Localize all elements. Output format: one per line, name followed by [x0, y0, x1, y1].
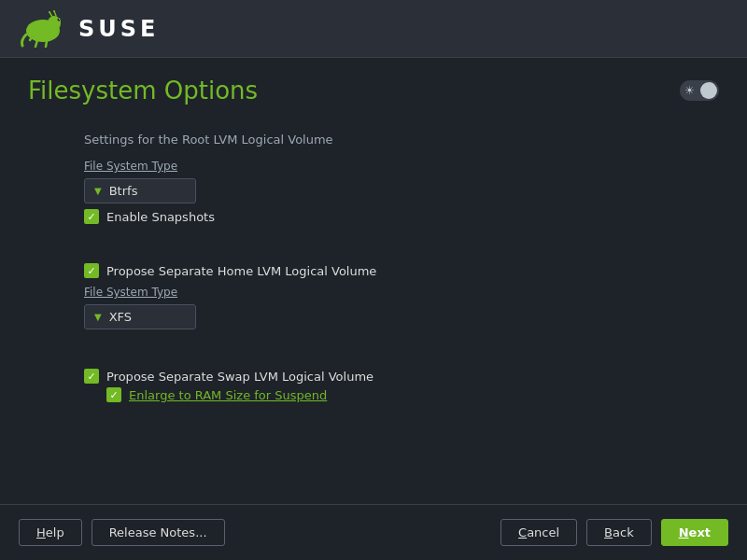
next-label: Next — [679, 525, 711, 539]
root-filesystem-label: File System Type — [84, 160, 215, 173]
page-title: Filesystem Options — [28, 77, 258, 105]
svg-point-11 — [53, 10, 55, 12]
root-filesystem-value: Btrfs — [109, 184, 186, 198]
logo-text: SUSE — [78, 16, 159, 42]
back-label: Back — [604, 525, 634, 539]
theme-toggle-knob — [700, 82, 717, 99]
svg-point-3 — [58, 18, 61, 21]
enable-snapshots-row[interactable]: ✓ Enable Snapshots — [84, 209, 215, 224]
section-label: Settings for the Root LVM Logical Volume — [84, 133, 333, 147]
main-content: Filesystem Options ☀ Settings for the Ro… — [0, 58, 747, 504]
cancel-button[interactable]: Cancel — [500, 519, 577, 546]
dropdown-arrow-icon: ▼ — [94, 186, 102, 196]
propose-swap-label: Propose Separate Swap LVM Logical Volume — [106, 370, 374, 384]
propose-home-label: Propose Separate Home LVM Logical Volume — [106, 264, 376, 278]
release-notes-button[interactable]: Release Notes... — [92, 519, 225, 546]
back-button[interactable]: Back — [586, 519, 652, 546]
footer: Help Release Notes... Cancel Back Next — [0, 504, 747, 560]
page-title-row: Filesystem Options ☀ — [28, 77, 719, 105]
svg-point-4 — [59, 19, 60, 20]
sun-icon: ☀ — [684, 84, 695, 97]
enable-snapshots-label: Enable Snapshots — [106, 210, 215, 224]
propose-home-row[interactable]: ✓ Propose Separate Home LVM Logical Volu… — [84, 263, 376, 278]
home-filesystem-subsection: File System Type ▼ XFS — [84, 286, 376, 329]
svg-line-5 — [35, 40, 37, 47]
next-button[interactable]: Next — [661, 519, 728, 546]
footer-right-buttons: Cancel Back Next — [500, 519, 728, 546]
swap-lvm-group: ✓ Propose Separate Swap LVM Logical Volu… — [84, 363, 374, 402]
footer-left-buttons: Help Release Notes... — [19, 519, 225, 546]
theme-toggle-button[interactable]: ☀ — [680, 80, 719, 101]
header: SUSE — [0, 0, 747, 58]
release-notes-label: Release Notes... — [109, 525, 207, 539]
home-filesystem-label: File System Type — [84, 286, 376, 299]
checkmark-icon-2: ✓ — [87, 265, 95, 277]
cancel-label: Cancel — [518, 525, 559, 539]
enable-snapshots-checkbox[interactable]: ✓ — [84, 209, 99, 224]
home-lvm-group: ✓ Propose Separate Home LVM Logical Volu… — [84, 258, 376, 329]
enlarge-ram-row[interactable]: ✓ Enlarge to RAM Size for Suspend — [106, 387, 374, 402]
checkmark-icon-4: ✓ — [109, 389, 118, 401]
root-filesystem-select[interactable]: ▼ Btrfs — [84, 178, 196, 203]
form-container: Settings for the Root LVM Logical Volume… — [84, 133, 719, 419]
propose-swap-row[interactable]: ✓ Propose Separate Swap LVM Logical Volu… — [84, 369, 374, 384]
help-label: Help — [36, 525, 64, 539]
home-filesystem-value: XFS — [109, 310, 186, 324]
root-filesystem-group: File System Type ▼ Btrfs ✓ Enable Snapsh… — [84, 160, 215, 224]
propose-swap-checkbox[interactable]: ✓ — [84, 369, 99, 384]
help-button[interactable]: Help — [19, 519, 82, 546]
svg-line-6 — [46, 41, 47, 47]
dropdown-arrow-icon-2: ▼ — [94, 312, 102, 322]
checkmark-icon: ✓ — [87, 211, 95, 223]
propose-home-checkbox[interactable]: ✓ — [84, 263, 99, 278]
enlarge-ram-checkbox[interactable]: ✓ — [106, 387, 121, 402]
checkmark-icon-3: ✓ — [87, 371, 95, 383]
home-filesystem-select[interactable]: ▼ XFS — [84, 304, 196, 329]
svg-point-10 — [49, 11, 50, 13]
enlarge-ram-label[interactable]: Enlarge to RAM Size for Suspend — [129, 388, 327, 402]
suse-logo-icon — [19, 10, 67, 48]
logo-area: SUSE — [19, 10, 159, 48]
